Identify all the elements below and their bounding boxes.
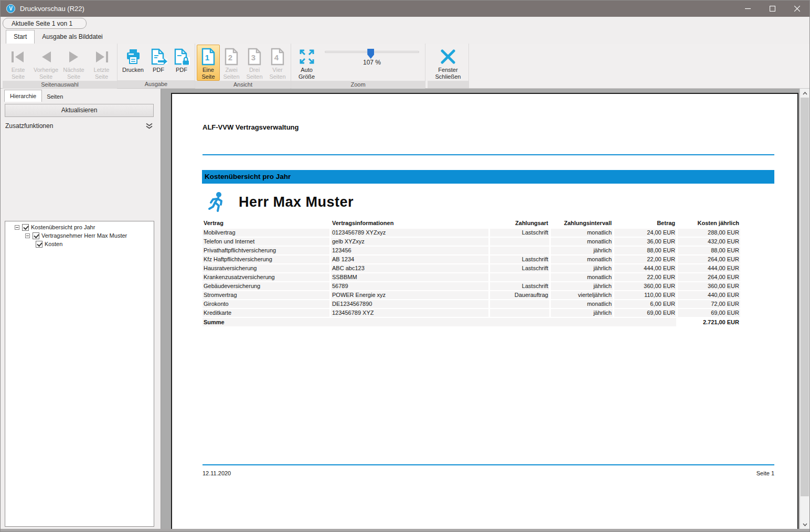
print-button[interactable]: Drucken [119,45,147,80]
table-cell: 123456 [331,247,488,254]
title-bar: V Druckvorschau (R22) [1,1,809,17]
pdf-export-button[interactable]: PDF [147,45,170,80]
auto-size-button[interactable]: Auto Größe [293,45,321,81]
tree-checkbox[interactable] [33,232,39,239]
two-pages-button[interactable]: 2 Zwei Seiten [220,45,243,81]
table-cell [490,247,549,254]
group-output: Drucken PDF [118,44,195,88]
tree-item-label: Kosten [45,241,62,247]
table-cell: 360,00 EUR [678,282,740,290]
hierarchy-tree: Kostenübersicht pro JahrVertragsnehmer H… [5,221,154,527]
group-page-selection: Erste Seite Vorherige Seite Nächste Seit… [3,44,118,88]
table-cell: Privathaftpflichtversicherung [202,247,329,254]
collapse-minus-icon[interactable] [15,225,19,230]
previous-page-button[interactable]: Vorherige Seite [32,45,60,81]
zoom-slider[interactable] [325,51,419,53]
table-cell: DE1234567890 [331,300,488,308]
refresh-button[interactable]: Aktualisieren [5,104,154,117]
minimize-button[interactable] [736,1,760,17]
table-cell: Hausratversicherung [202,264,329,272]
collapse-minus-icon[interactable] [25,233,30,238]
table-cell: vierteljährlich [551,291,613,299]
table-cell: 444,00 EUR [678,264,740,272]
person-heading: Herr Max Muster [207,191,354,212]
table-cell: 22,00 EUR [614,273,676,281]
table-cell: Lastschrift [490,256,549,263]
table-cell: 110,00 EUR [614,291,676,299]
scroll-down-button[interactable] [800,520,809,529]
table-row: Telefon und Internetgelb XYZxyzmonatlich… [202,238,742,246]
footer-page-number: Seite 1 [751,470,774,476]
table-cell: 88,00 EUR [678,247,740,254]
three-pages-icon: 3 [247,47,262,67]
table-cell: 0123456789 XYZxyz [331,229,488,237]
next-page-button[interactable]: Nächste Seite [60,45,88,81]
svg-text:4: 4 [274,53,279,62]
tree-item[interactable]: Kosten [5,240,154,248]
footer-rule [202,464,774,465]
table-cell: SSBBMM [331,273,488,281]
tree-item[interactable]: Vertragsnehmer Herr Max Muster [5,231,154,240]
four-pages-label: Vier Seiten [269,67,285,80]
tab-image-export[interactable]: Ausgabe als Bilddatei [35,30,110,44]
last-page-label: Letzte Seite [94,67,110,80]
table-cell [490,273,549,281]
table-cell: Telefon und Internet [202,238,329,246]
group-zoom: Auto Größe 107 % Zoom [291,44,425,88]
table-cell: Girokonto [202,300,329,308]
first-page-button[interactable]: Erste Seite [4,45,32,81]
person-icon [207,191,226,212]
table-cell: Gebäudeversicherung [202,282,329,290]
first-page-label: Erste Seite [12,67,25,80]
collapse-chevrons-icon[interactable] [145,123,153,129]
three-pages-button[interactable]: 3 Drei Seiten [243,45,266,81]
table-cell: monatlich [551,238,613,246]
scrollbar-thumb[interactable] [801,98,809,496]
tab-hierarchie[interactable]: Hierarchie [4,90,42,102]
maximize-button[interactable] [760,1,785,17]
column-header: Zahlungsintervall [551,219,613,228]
one-page-button[interactable]: 1 Eine Seite [197,45,220,81]
vertical-scrollbar[interactable] [800,89,809,531]
report-company-title: ALF-VVW Vertragsverwaltung [202,123,299,131]
report-page: ALF-VVW Vertragsverwaltung Kostenübersic… [171,93,798,531]
tree-checkbox[interactable] [22,224,29,231]
ribbon: Erste Seite Vorherige Seite Nächste Seit… [1,44,809,89]
table-cell: 22,00 EUR [614,256,676,263]
tab-start[interactable]: Start [6,30,35,44]
four-pages-button[interactable]: 4 Vier Seiten [266,45,289,81]
table-cell: 123456789 XYZ [331,309,488,317]
three-pages-label: Drei Seiten [246,67,262,80]
section-title: Zusatzfunktionen [5,122,53,130]
group-close: Fenster Schließen [428,44,469,88]
two-pages-icon: 2 [223,47,239,67]
tab-seiten[interactable]: Seiten [42,91,68,102]
last-page-button[interactable]: Letzte Seite [88,45,115,81]
sidebar-tab-row: Hierarchie Seiten [1,89,161,102]
auto-size-label: Auto Größe [299,67,315,80]
close-window-button[interactable]: Fenster Schließen [429,45,467,81]
table-cell: 360,00 EUR [614,282,676,290]
svg-text:1: 1 [205,53,209,62]
window-bottom-frame [1,529,809,531]
table-cell: 288,00 EUR [678,229,740,237]
table-cell: Krankenzusatzversicherung [202,273,329,281]
close-button[interactable] [785,1,809,17]
scroll-up-button[interactable] [800,89,809,98]
tree-checkbox[interactable] [36,241,42,248]
table-cell: jährlich [551,282,613,290]
pdf-secure-export-button[interactable]: PDF [170,45,193,80]
column-header: Zahlungsart [490,219,549,228]
table-cell: POWER Energie xyz [331,291,488,299]
zoom-control: 107 % [321,45,423,81]
close-window-label: Fenster Schließen [435,67,461,80]
table-cell: Lastschrift [490,229,549,237]
zoom-slider-thumb[interactable] [367,49,374,59]
table-cell: Lastschrift [490,264,549,272]
current-page-indicator: Aktuelle Seite 1 von 1 [3,18,87,29]
table-cell: 432,00 EUR [678,238,740,246]
tree-item[interactable]: Kostenübersicht pro Jahr [5,223,154,231]
table-cell: jährlich [551,247,613,254]
table-cell: jährlich [551,264,613,272]
table-cell: monatlich [551,229,613,237]
